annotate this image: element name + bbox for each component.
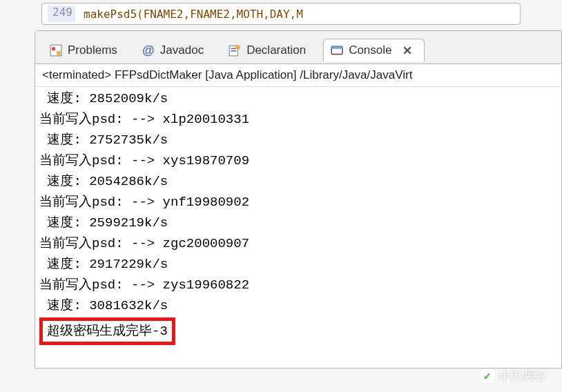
console-line: 当前写入psd: --> xys19870709	[39, 150, 557, 171]
console-line: 速度: 2917229k/s	[39, 254, 557, 275]
console-line: 速度: 2852009k/s	[39, 88, 557, 109]
close-icon[interactable]	[400, 43, 414, 57]
console-line: 速度: 2599219k/s	[39, 213, 557, 233]
gutter-line-number: 249	[48, 6, 75, 22]
svg-point-6	[235, 45, 240, 50]
svg-rect-4	[231, 48, 237, 50]
tab-label: Javadoc	[160, 43, 204, 57]
at-icon: @	[142, 44, 155, 57]
svg-rect-8	[331, 46, 342, 48]
watermark: ✓ 小天网络	[481, 368, 545, 384]
tab-javadoc[interactable]: @ Javadoc	[135, 39, 214, 61]
console-line: 当前写入psd: --> zgc20000907	[39, 233, 557, 254]
console-line: 当前写入psd: --> zys19960822	[39, 275, 557, 295]
console-line: 当前写入psd: --> ynf19980902	[39, 192, 557, 213]
declaration-icon	[229, 44, 241, 57]
console-line: 速度: 2752735k/s	[39, 130, 557, 150]
console-line: 速度: 2054286k/s	[39, 171, 557, 192]
tab-label: Problems	[68, 43, 117, 57]
tab-label: Console	[349, 43, 391, 57]
code-editor-snippet: 249 makePsd5(FNAME2,FNAME2,MOTH,DAY,M	[41, 3, 521, 25]
console-output[interactable]: 速度: 2852009k/s当前写入psd: --> xlp20010331 速…	[35, 87, 561, 346]
svg-rect-2	[57, 51, 61, 55]
console-line: 当前写入psd: --> xlp20010331	[39, 109, 557, 130]
tab-console[interactable]: Console	[323, 39, 424, 61]
tab-problems[interactable]: Problems	[42, 39, 128, 61]
svg-rect-5	[231, 50, 237, 52]
wechat-icon: ✓	[481, 369, 494, 383]
highlighted-final-line: 超级密码生成完毕-3	[39, 317, 175, 345]
bottom-panel: Problems @ Javadoc Declaration	[35, 30, 562, 369]
console-line: 速度: 3081632k/s	[39, 295, 557, 316]
tab-label: Declaration	[246, 43, 306, 57]
tab-declaration[interactable]: Declaration	[221, 39, 316, 61]
code-line: makePsd5(FNAME2,FNAME2,MOTH,DAY,M	[84, 8, 303, 21]
warning-icon	[50, 44, 62, 57]
console-status: <terminated> FFPsdDictMaker [Java Applic…	[35, 64, 561, 87]
tab-bar: Problems @ Javadoc Declaration	[35, 31, 561, 64]
svg-point-1	[52, 47, 56, 51]
watermark-text: 小天网络	[498, 368, 545, 384]
console-icon	[331, 44, 343, 57]
